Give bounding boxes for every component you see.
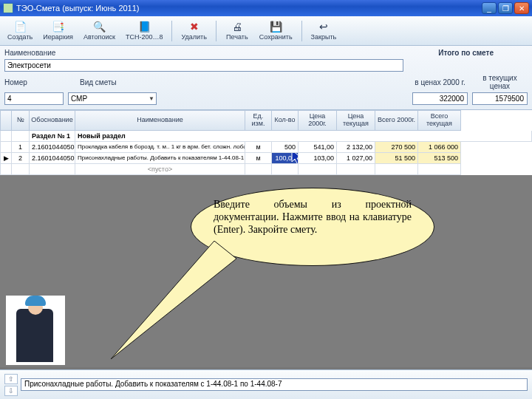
window-title: ТЭО-Смета (выпуск: Июнь 2011) [16,4,482,13]
price2000-label: в ценах 2000 г. [412,78,468,86]
app-icon [3,3,13,13]
qty-edit-cell[interactable]: 100,00 [272,153,299,164]
close-window-button[interactable]: ✕ [514,2,529,14]
tsn-button[interactable]: 📘 ТСН-200…8 [121,19,168,42]
total-current-box: 1579500 [472,92,528,105]
section-row[interactable]: Раздел № 1 Новый раздел [0,131,532,142]
save-icon: 💾 [270,21,282,33]
create-button[interactable]: 📄 Создать [3,19,37,42]
total-label: Итого по смете [438,49,494,57]
number-field[interactable] [4,92,64,105]
status-text: Присонахладные работы. Добавить к показа… [21,378,528,391]
autosearch-button[interactable]: 🔍 Автопоиск [79,19,120,42]
grid-header: № Обоснование Наименование Ед. изм. Кол-… [0,110,532,131]
name-label: Наименование [4,49,64,57]
separator [171,21,172,41]
minimize-button[interactable]: _ [482,2,497,14]
pricecur-label: в текущих ценах [472,74,528,90]
assistant-illustration [6,296,65,365]
number-label: Номер [4,78,64,86]
table-row[interactable]: 1 2.1601044050 Прокладка кабеля в борозд… [0,142,532,153]
close-button[interactable]: ↩ Закрыть [307,19,341,42]
search-icon: 🔍 [93,21,105,33]
exit-icon: ↩ [318,21,330,33]
maximize-button[interactable]: ❐ [498,2,513,14]
nav-down-button[interactable]: ⇩ [4,386,18,396]
hierarchy-icon: 📑 [52,21,64,33]
main-toolbar: 📄 Создать 📑 Иерархия 🔍 Автопоиск 📘 ТСН-2… [0,16,532,46]
print-icon: 🖨 [231,21,243,33]
row-marker-icon: ▶ [0,153,12,164]
separator [216,21,216,41]
table-row[interactable]: ▶ 2 2.1601044050+08 Присонахладные работ… [0,153,532,164]
items-grid: № Обоснование Наименование Ед. изм. Кол-… [0,110,532,175]
nav-up-button[interactable]: ⇧ [4,374,18,384]
table-row-empty: <пусто> [0,164,532,175]
hierarchy-button[interactable]: 📑 Иерархия [38,19,78,42]
kind-select[interactable]: СМР ▼ [68,92,157,105]
kind-label: Вид сметы [80,78,117,86]
create-icon: 📄 [14,21,26,33]
status-bar: ⇧ ⇩ Присонахладные работы. Добавить к по… [0,369,532,399]
name-field[interactable] [4,59,403,72]
delete-icon: ✖ [188,21,200,33]
total-2000-box: 322000 [412,92,468,105]
estimate-form: Наименование Итого по смете Номер Вид см… [0,46,532,110]
svg-marker-1 [111,241,236,359]
print-button[interactable]: 🖨 Печать [221,19,253,42]
window-titlebar: ТЭО-Смета (выпуск: Июнь 2011) _ ❐ ✕ [0,0,532,16]
delete-button[interactable]: ✖ Удалить [177,19,211,42]
save-button[interactable]: 💾 Сохранить [255,19,297,42]
book-icon: 📘 [138,21,150,33]
chevron-down-icon: ▼ [149,95,154,102]
separator [301,21,302,41]
